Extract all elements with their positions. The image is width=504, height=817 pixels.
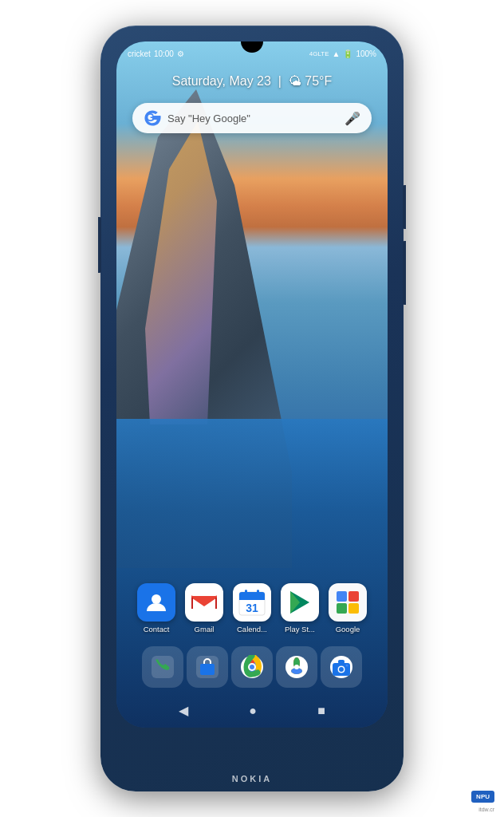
recents-button[interactable]: ■ [317, 704, 325, 718]
calendar-icon-wrapper: 31 [233, 583, 271, 622]
svg-rect-17 [348, 591, 359, 602]
gmail-label: Gmail [195, 625, 215, 633]
carrier-label: cricket [128, 49, 151, 58]
calendar-label: Calend... [237, 625, 267, 633]
date-text: Saturday, May 23 | 🌤 75°F [172, 74, 333, 88]
npu-watermark: NPU [471, 791, 494, 803]
google-logo: G [144, 109, 161, 127]
svg-text:G: G [146, 111, 155, 124]
playstore-svg [287, 590, 313, 615]
google-apps-svg [334, 589, 361, 616]
svg-rect-16 [337, 591, 347, 602]
search-placeholder-text: Say "Hey Google" [167, 112, 338, 124]
camera-icon [329, 655, 353, 679]
svg-point-39 [346, 665, 348, 667]
svg-rect-10 [245, 590, 247, 595]
svg-rect-8 [239, 597, 265, 600]
svg-point-37 [339, 667, 344, 672]
app-row-1: Contact [132, 583, 372, 633]
svg-rect-22 [200, 664, 215, 675]
gmail-svg [191, 593, 217, 612]
app-google[interactable]: Google [325, 583, 370, 633]
phone-body: cricket 10:00 ⚙ 4GLTE ▲ 🔋 100% Saturday,… [100, 26, 404, 791]
status-left: cricket 10:00 ⚙ [128, 49, 184, 58]
contacts-icon-wrapper [137, 583, 175, 622]
photos-icon [285, 655, 309, 679]
svg-rect-5 [215, 598, 217, 609]
svg-text:31: 31 [246, 602, 258, 614]
wallpaper: cricket 10:00 ⚙ 4GLTE ▲ 🔋 100% Saturday,… [116, 41, 388, 728]
dock-store[interactable] [187, 646, 228, 688]
dock-chrome[interactable] [231, 646, 273, 688]
calendar-svg: 31 [238, 589, 266, 616]
app-grid: Contact [116, 583, 388, 640]
power-button[interactable] [403, 185, 406, 229]
svg-point-27 [250, 665, 254, 669]
status-time: 10:00 [154, 49, 174, 58]
gear-icon: ⚙ [177, 49, 184, 58]
contacts-label: Contact [144, 625, 170, 633]
app-gmail[interactable]: Gmail [182, 583, 226, 633]
google-icon-wrapper [329, 583, 367, 622]
svg-rect-38 [338, 660, 345, 664]
chrome-icon [240, 655, 264, 679]
svg-rect-19 [348, 603, 359, 614]
gmail-icon-wrapper [185, 583, 223, 622]
phone-screen: cricket 10:00 ⚙ 4GLTE ▲ 🔋 100% Saturday,… [116, 41, 388, 728]
svg-point-33 [294, 665, 299, 669]
volume-left-button[interactable] [98, 217, 101, 273]
back-button[interactable]: ◀ [179, 703, 188, 718]
dock-phone[interactable] [142, 646, 183, 688]
date-weather-widget: Saturday, May 23 | 🌤 75°F [116, 74, 388, 89]
app-playstore[interactable]: Play St... [278, 583, 322, 633]
network-label: 4GLTE [309, 50, 329, 57]
status-right: 4GLTE ▲ 🔋 100% [309, 49, 376, 58]
store-icon [196, 656, 219, 678]
search-bar[interactable]: G Say "Hey Google" 🎤 [132, 103, 372, 133]
volume-button[interactable] [403, 241, 406, 305]
svg-rect-18 [337, 603, 347, 614]
app-calendar[interactable]: 31 Calend... [230, 583, 274, 633]
svg-rect-4 [191, 598, 193, 609]
nav-bar: ◀ ● ■ [116, 700, 388, 721]
app-contacts[interactable]: Contact [134, 583, 179, 633]
home-button[interactable]: ● [249, 704, 257, 718]
contacts-svg [144, 590, 168, 614]
brand-label: NOKIA [232, 774, 272, 783]
playstore-label: Play St... [285, 625, 315, 633]
battery-icon: 🔋 [343, 49, 352, 58]
site-watermark: itdw.cr [478, 807, 494, 812]
dock-row [116, 646, 388, 688]
mic-icon[interactable]: 🎤 [345, 111, 360, 126]
svg-rect-11 [257, 590, 259, 595]
battery-label: 100% [356, 49, 376, 58]
dock-camera[interactable] [321, 646, 362, 688]
signal-icon: ▲ [333, 49, 341, 58]
phone-icon [152, 656, 174, 678]
google-label: Google [336, 625, 360, 633]
playstore-icon-wrapper [281, 583, 319, 622]
svg-point-2 [152, 594, 161, 604]
weather-text: 🌤 75°F [289, 74, 332, 88]
dock-photos[interactable] [276, 646, 317, 688]
